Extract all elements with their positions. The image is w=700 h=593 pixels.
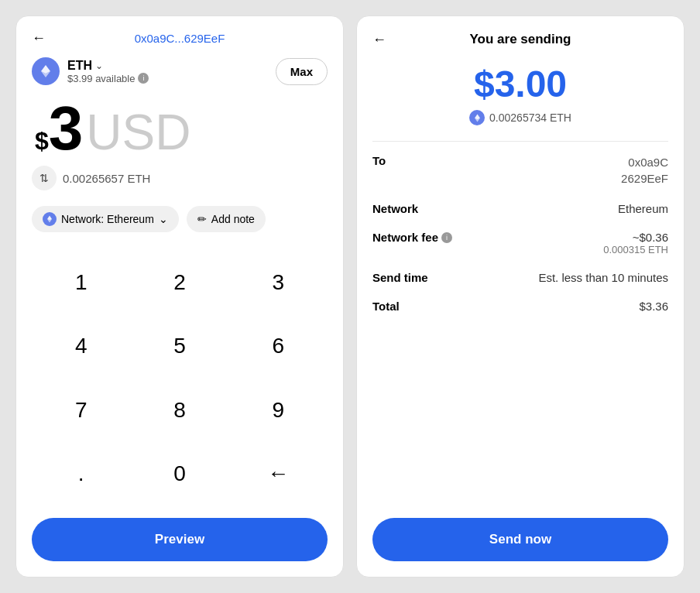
- sending-title: You are sending: [470, 32, 571, 47]
- send-amount-large: $3.00: [372, 63, 668, 105]
- token-symbol: ETH: [67, 59, 92, 73]
- fee-label-row: Network fee i: [372, 231, 452, 244]
- token-balance: $3.99 available i: [67, 73, 149, 84]
- dollar-sign: $: [35, 127, 49, 156]
- network-label-right: Network: [372, 202, 418, 215]
- amount-number: 3: [49, 98, 84, 159]
- network-button[interactable]: Network: Ethereum ⌄: [32, 206, 179, 232]
- send-panel: ← 0x0a9C...629EeF ETH ⌄ $3.99 av: [15, 15, 344, 578]
- eth-amount-text: 0.00265657 ETH: [63, 172, 150, 185]
- numpad-4[interactable]: 4: [32, 314, 130, 378]
- to-address-line1: 0x0a9C: [621, 154, 668, 170]
- token-name-row[interactable]: ETH ⌄: [67, 59, 149, 73]
- left-header: ← 0x0a9C...629EeF: [32, 32, 328, 45]
- send-dollar-amount: $3.00: [372, 63, 668, 105]
- action-row: Network: Ethereum ⌄ ✏ Add note: [32, 206, 328, 232]
- numpad-dot[interactable]: .: [32, 442, 130, 506]
- total-row: Total $3.36: [372, 300, 668, 313]
- eth-logo-icon: [32, 57, 60, 85]
- fee-label: Network fee: [372, 231, 438, 244]
- numpad-2[interactable]: 2: [130, 251, 228, 314]
- total-value: $3.36: [639, 300, 668, 313]
- network-chevron-icon: ⌄: [159, 213, 168, 225]
- numpad-1[interactable]: 1: [32, 251, 130, 314]
- amount-display: $ 3 USD: [32, 98, 328, 159]
- to-row: To 0x0a9C 2629EeF: [372, 154, 668, 187]
- token-chevron-icon: ⌄: [95, 60, 103, 71]
- confirm-panel: ← You are sending $3.00 0.00265734 ETH T…: [356, 15, 685, 578]
- numpad-7[interactable]: 7: [32, 379, 130, 442]
- fee-row: Network fee i ~$0.36 0.000315 ETH: [372, 231, 668, 255]
- max-button[interactable]: Max: [276, 58, 328, 85]
- to-address-line2: 2629EeF: [621, 170, 668, 187]
- right-header: ← You are sending: [372, 32, 668, 47]
- eth-amount-row: ⇅ 0.00265657 ETH: [32, 166, 328, 190]
- back-button-left[interactable]: ←: [32, 30, 46, 46]
- numpad-5[interactable]: 5: [130, 314, 228, 378]
- preview-button[interactable]: Preview: [32, 518, 328, 561]
- token-details: ETH ⌄ $3.99 available i: [67, 59, 149, 84]
- total-label: Total: [372, 300, 400, 313]
- wallet-address[interactable]: 0x0a9C...629EeF: [135, 32, 225, 45]
- numpad-backspace[interactable]: ←: [229, 442, 328, 506]
- balance-info-icon[interactable]: i: [138, 73, 149, 84]
- numpad-9[interactable]: 9: [229, 379, 328, 442]
- numpad-8[interactable]: 8: [130, 379, 228, 442]
- fee-usd: ~$0.36: [603, 231, 668, 244]
- send-eth-icon: [469, 110, 485, 125]
- send-time-value: Est. less than 10 minutes: [538, 271, 668, 284]
- network-label: Network: Ethereum: [61, 213, 154, 225]
- send-time-row: Send time Est. less than 10 minutes: [372, 271, 668, 284]
- numpad-0[interactable]: 0: [130, 442, 228, 506]
- send-now-button[interactable]: Send now: [372, 518, 668, 561]
- to-address: 0x0a9C 2629EeF: [621, 154, 668, 187]
- fee-eth: 0.000315 ETH: [603, 244, 668, 255]
- network-eth-icon: [43, 212, 57, 226]
- network-row: Network Ethereum: [372, 202, 668, 215]
- app-container: ← 0x0a9C...629EeF ETH ⌄ $3.99 av: [0, 0, 700, 593]
- send-eth-row: 0.00265734 ETH: [372, 110, 668, 125]
- numpad-3[interactable]: 3: [229, 251, 328, 314]
- fee-values: ~$0.36 0.000315 ETH: [603, 231, 668, 255]
- send-time-label: Send time: [372, 271, 428, 284]
- spacer: [372, 328, 668, 518]
- token-info: ETH ⌄ $3.99 available i: [32, 57, 149, 85]
- back-button-right[interactable]: ←: [372, 32, 386, 48]
- add-note-button[interactable]: ✏ Add note: [187, 206, 266, 232]
- numpad: 1 2 3 4 5 6 7 8 9 . 0 ←: [32, 251, 328, 506]
- divider: [372, 141, 668, 142]
- swap-icon[interactable]: ⇅: [32, 166, 57, 190]
- amount-currency: USD: [86, 108, 190, 157]
- numpad-6[interactable]: 6: [229, 314, 328, 378]
- to-label: To: [372, 154, 386, 167]
- pencil-icon: ✏: [197, 213, 207, 225]
- token-row: ETH ⌄ $3.99 available i Max: [32, 57, 328, 85]
- send-eth-amount: 0.00265734 ETH: [489, 111, 571, 124]
- fee-info-icon[interactable]: i: [441, 232, 452, 243]
- note-label: Add note: [211, 213, 255, 225]
- network-value: Ethereum: [618, 202, 668, 215]
